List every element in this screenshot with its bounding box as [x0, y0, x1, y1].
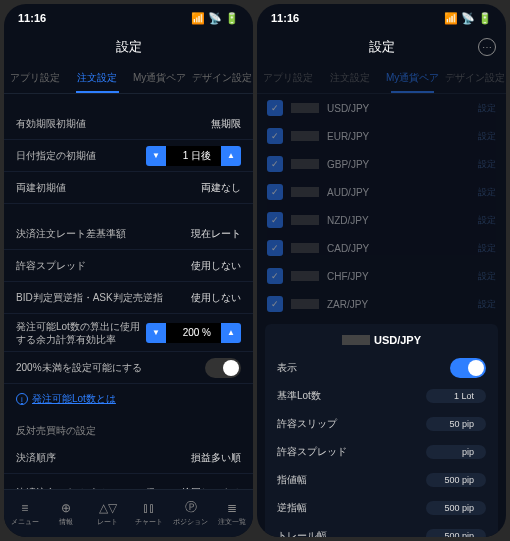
row-close-order[interactable]: 決済順序 損益多い順: [4, 442, 253, 474]
pair-config[interactable]: 設定: [478, 186, 496, 199]
panel-row-trail[interactable]: トレール幅 500 pip: [265, 522, 498, 537]
checkbox-icon[interactable]: ✓: [267, 212, 283, 228]
step-down-icon[interactable]: ▼: [146, 146, 166, 166]
checkbox-icon[interactable]: ✓: [267, 156, 283, 172]
pair-row-gbpjpy[interactable]: ✓GBP/JPY設定: [257, 150, 506, 178]
tab-app-settings[interactable]: アプリ設定: [257, 62, 319, 93]
pair-config[interactable]: 設定: [478, 298, 496, 311]
tab-my-pairs[interactable]: My通貨ペア: [129, 62, 191, 93]
pair-row-chfjpy[interactable]: ✓CHF/JPY設定: [257, 262, 506, 290]
label: 200%未満を設定可能にする: [16, 361, 142, 375]
label: BID判定買逆指・ASK判定売逆指: [16, 291, 163, 305]
signal-icon: 📶: [444, 12, 458, 25]
pair-row-cadjpy[interactable]: ✓CAD/JPY設定: [257, 234, 506, 262]
tab-order-settings[interactable]: 注文設定: [319, 62, 381, 93]
tab-design-settings[interactable]: デザイン設定: [191, 62, 253, 93]
nav-chart[interactable]: ⫿⫿チャート: [129, 490, 171, 537]
row-spread[interactable]: 許容スプレッド 使用しない: [4, 250, 253, 282]
phone-right: 11:16 📶 📡 🔋 設定 ⋯ アプリ設定 注文設定 My通貨ペア デザイン設…: [257, 4, 506, 537]
pair-config[interactable]: 設定: [478, 102, 496, 115]
status-bar: 11:16 📶 📡 🔋: [257, 4, 506, 32]
nav-position[interactable]: Ⓟポジション: [170, 490, 212, 537]
panel-row-baselot[interactable]: 基準Lot数 1 Lot: [265, 382, 498, 410]
label: 決済順序: [16, 451, 56, 465]
pair-row-eurjpy[interactable]: ✓EUR/JPY設定: [257, 122, 506, 150]
panel-row-stop[interactable]: 逆指幅 500 pip: [265, 494, 498, 522]
step-down-icon[interactable]: ▼: [146, 323, 166, 343]
pair-config[interactable]: 設定: [478, 158, 496, 171]
more-icon[interactable]: ⋯: [478, 38, 496, 56]
flag-jp: [303, 131, 319, 141]
pair-config[interactable]: 設定: [478, 242, 496, 255]
flag-jp: [303, 299, 319, 309]
checkbox-icon[interactable]: ✓: [267, 184, 283, 200]
checkbox-icon[interactable]: ✓: [267, 100, 283, 116]
value: 500 pip: [426, 529, 486, 537]
step-up-icon[interactable]: ▲: [221, 323, 241, 343]
value: pip: [426, 445, 486, 459]
tabs: アプリ設定 注文設定 My通貨ペア デザイン設定: [257, 62, 506, 94]
nav-menu[interactable]: ≡メニュー: [4, 490, 46, 537]
checkbox-icon[interactable]: ✓: [267, 268, 283, 284]
flag-jp: [303, 103, 319, 113]
checkbox-icon[interactable]: ✓: [267, 240, 283, 256]
panel-row-spread[interactable]: 許容スプレッド pip: [265, 438, 498, 466]
toggle-display[interactable]: [450, 358, 486, 378]
pair-row-usdjpy[interactable]: ✓USD/JPY設定: [257, 94, 506, 122]
label: 決済注文レート差基準額: [16, 227, 126, 241]
step-value[interactable]: 1 日後: [166, 146, 221, 166]
nav-orders[interactable]: ≣注文一覧: [212, 490, 254, 537]
signal-icon: 📶: [191, 12, 205, 25]
row-rate-diff[interactable]: 決済注文レート差基準額 現在レート: [4, 218, 253, 250]
tab-design-settings[interactable]: デザイン設定: [444, 62, 506, 93]
value: 使用しない: [191, 291, 241, 305]
pair-name: USD/JPY: [327, 103, 470, 114]
label: 許容スプレッド: [16, 259, 86, 273]
value: 500 pip: [426, 473, 486, 487]
flag-pair: [342, 335, 370, 345]
toggle-under200[interactable]: [205, 358, 241, 378]
content-left: 有効期限初期値 無期限 日付指定の初期値 ▼ 1 日後 ▲ 両建初期値 両建なし…: [4, 94, 253, 489]
pair-config[interactable]: 設定: [478, 130, 496, 143]
row-hedge-default[interactable]: 両建初期値 両建なし: [4, 172, 253, 204]
pair-row-zarjpy[interactable]: ✓ZAR/JPY設定: [257, 290, 506, 318]
panel-title-text: USD/JPY: [374, 334, 421, 346]
row-under200: 200%未満を設定可能にする: [4, 352, 253, 384]
step-value[interactable]: 200 %: [166, 323, 221, 343]
info-icon: i: [16, 393, 28, 405]
pair-config[interactable]: 設定: [478, 270, 496, 283]
toggle-knob: [468, 360, 484, 376]
label: 日付指定の初期値: [16, 149, 96, 163]
pair-row-audjpy[interactable]: ✓AUD/JPY設定: [257, 178, 506, 206]
checkbox-icon[interactable]: ✓: [267, 128, 283, 144]
nav-info[interactable]: ⊕情報: [46, 490, 88, 537]
row-expiry-default[interactable]: 有効期限初期値 無期限: [4, 108, 253, 140]
checkbox-icon[interactable]: ✓: [267, 296, 283, 312]
panel-row-limit[interactable]: 指値幅 500 pip: [265, 466, 498, 494]
step-up-icon[interactable]: ▲: [221, 146, 241, 166]
flag-pair: [291, 187, 319, 197]
label: 表示: [277, 361, 297, 375]
panel-row-display: 表示: [265, 354, 498, 382]
flag-pair: [291, 131, 319, 141]
nav-rate[interactable]: △▽レート: [87, 490, 129, 537]
value: 両建なし: [201, 181, 241, 195]
panel-title: USD/JPY: [265, 330, 498, 354]
chart-icon: ⫿⫿: [140, 501, 158, 515]
wifi-icon: 📡: [461, 12, 475, 25]
row-close-position[interactable]: 決済注文のあるポジションの扱い 後回しにする: [4, 474, 253, 489]
row-bidask[interactable]: BID判定買逆指・ASK判定売逆指 使用しない: [4, 282, 253, 314]
tab-app-settings[interactable]: アプリ設定: [4, 62, 66, 93]
tab-my-pairs[interactable]: My通貨ペア: [382, 62, 444, 93]
status-icons: 📶 📡 🔋: [191, 12, 239, 25]
pair-config-panel: USD/JPY 表示 基準Lot数 1 Lot 許容スリップ 50 pip 許容…: [265, 324, 498, 537]
pair-row-nzdjpy[interactable]: ✓NZD/JPY設定: [257, 206, 506, 234]
pair-config[interactable]: 設定: [478, 214, 496, 227]
flag-jp: [303, 159, 319, 169]
tab-order-settings[interactable]: 注文設定: [66, 62, 128, 93]
bottom-nav: ≡メニュー ⊕情報 △▽レート ⫿⫿チャート Ⓟポジション ≣注文一覧: [4, 489, 253, 537]
label: 許容スプレッド: [277, 445, 347, 459]
link-lot-info[interactable]: i 発注可能Lot数とは: [16, 392, 241, 406]
phone-left: 11:16 📶 📡 🔋 設定 アプリ設定 注文設定 My通貨ペア デザイン設定 …: [4, 4, 253, 537]
panel-row-slip[interactable]: 許容スリップ 50 pip: [265, 410, 498, 438]
